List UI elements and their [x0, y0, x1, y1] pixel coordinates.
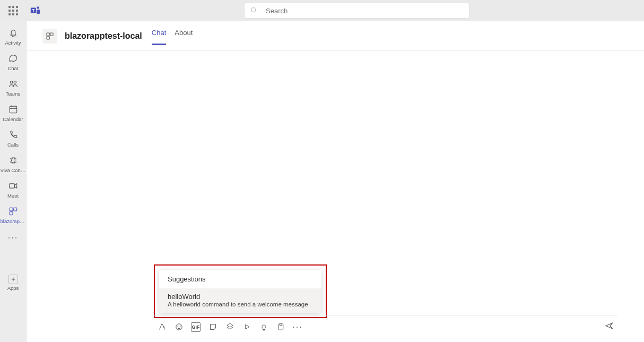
people-icon — [7, 78, 19, 90]
svg-rect-18 — [50, 33, 53, 36]
chat-body: Suggestions helloWorld A helloworld comm… — [27, 51, 644, 342]
search-icon — [250, 6, 258, 15]
chat-tabs: Chat About — [152, 27, 193, 45]
compose-input[interactable] — [154, 309, 617, 315]
video-icon — [7, 180, 19, 192]
search-input[interactable] — [266, 7, 464, 15]
chat-header: blazorapptest-local Chat About — [27, 21, 644, 51]
bell-icon — [7, 27, 19, 39]
compose-area: GIF ··· — [154, 309, 617, 340]
chat-app-icon[interactable] — [42, 29, 57, 44]
suggestions-popup: Suggestions helloWorld A helloworld comm… — [159, 270, 321, 313]
rail-apps[interactable]: Apps — [0, 271, 27, 294]
calendar-icon — [7, 104, 19, 115]
rail-teams[interactable]: Teams — [0, 74, 27, 100]
tab-about[interactable]: About — [175, 27, 193, 45]
app-squares-icon — [7, 206, 19, 217]
svg-rect-24 — [279, 324, 283, 330]
suggestion-title: helloWorld — [168, 293, 313, 301]
loop-icon — [7, 155, 19, 166]
stream-icon[interactable] — [242, 322, 251, 332]
search-box[interactable] — [244, 3, 469, 19]
left-rail: Activity Chat Teams Calendar Calls Viva … — [0, 21, 27, 342]
compose-toolbar: GIF ··· — [154, 315, 617, 337]
rail-calendar[interactable]: Calendar — [0, 100, 27, 125]
rail-activity[interactable]: Activity — [0, 23, 27, 49]
rail-chat[interactable]: Chat — [0, 49, 27, 74]
svg-rect-13 — [13, 208, 16, 211]
svg-point-22 — [180, 326, 180, 327]
rail-more[interactable]: ··· — [0, 229, 27, 246]
svg-rect-25 — [280, 324, 282, 326]
suggestions-header: Suggestions — [159, 270, 321, 288]
bulb-icon[interactable] — [259, 322, 268, 332]
svg-point-6 — [14, 81, 16, 83]
svg-rect-19 — [47, 36, 49, 39]
svg-rect-7 — [10, 106, 16, 113]
svg-point-3 — [251, 8, 256, 12]
gif-icon[interactable]: GIF — [191, 322, 201, 332]
tab-chat[interactable]: Chat — [152, 27, 166, 45]
app-launcher-icon[interactable] — [8, 6, 18, 15]
format-icon[interactable] — [157, 322, 167, 332]
chat-app-title: blazorapptest-local — [65, 31, 142, 41]
sticker-icon[interactable] — [208, 322, 217, 332]
svg-point-5 — [10, 81, 12, 83]
svg-line-4 — [255, 12, 257, 13]
rail-viva[interactable]: Viva Connec... — [0, 151, 27, 176]
emoji-icon[interactable] — [174, 322, 184, 332]
svg-rect-11 — [9, 184, 14, 188]
svg-point-21 — [177, 326, 178, 327]
suggestion-desc: A helloworld command to send a welcome m… — [168, 301, 313, 307]
svg-rect-12 — [10, 208, 13, 211]
app-squares-icon — [45, 31, 55, 41]
extensions-icon[interactable] — [225, 322, 234, 332]
chat-icon — [7, 53, 19, 64]
main-pane: blazorapptest-local Chat About Suggestio… — [27, 21, 644, 342]
more-icon: ··· — [8, 233, 18, 243]
send-button[interactable] — [604, 321, 614, 333]
attach-icon[interactable] — [276, 322, 285, 332]
compose-more-icon[interactable]: ··· — [293, 322, 302, 332]
phone-icon — [7, 129, 19, 141]
rail-calls[interactable]: Calls — [0, 125, 27, 151]
rail-blazorapp[interactable]: blazorappt... — [0, 202, 27, 227]
teams-logo-icon: T — [30, 5, 41, 16]
rail-meet[interactable]: Meet — [0, 176, 27, 202]
svg-rect-14 — [10, 212, 13, 215]
plus-box-icon — [8, 275, 18, 284]
svg-text:T: T — [32, 8, 34, 13]
title-bar: T — [0, 0, 644, 21]
svg-point-2 — [37, 6, 39, 9]
svg-point-20 — [176, 324, 181, 330]
svg-rect-17 — [47, 33, 49, 36]
